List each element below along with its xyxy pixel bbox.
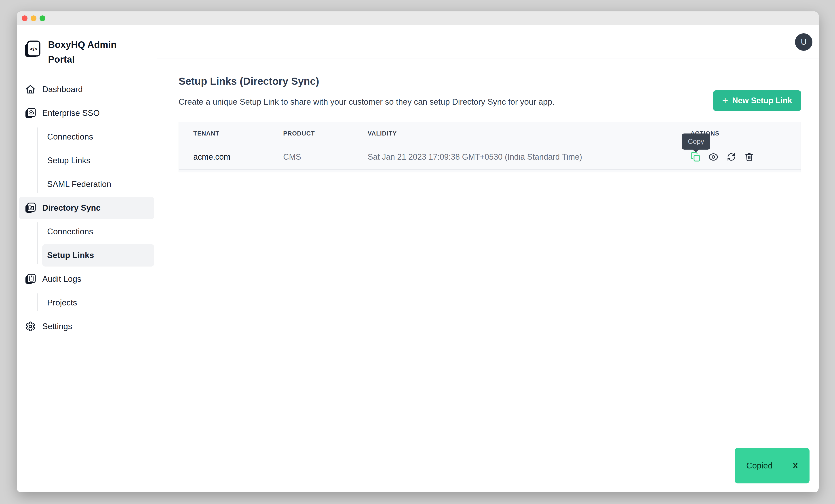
close-window-button[interactable]: [22, 16, 27, 21]
sidebar-item-directory-sync[interactable]: Directory Sync: [19, 197, 154, 219]
sidebar-subitem-sso-connections[interactable]: Connections: [42, 126, 154, 148]
minimize-window-button[interactable]: [30, 16, 37, 21]
audit-logs-subnav: Projects: [17, 291, 157, 314]
copy-link-button[interactable]: [690, 152, 701, 162]
copy-tooltip-label: Copy: [688, 138, 704, 145]
sidebar-item-label: Directory Sync: [42, 203, 101, 213]
app-body: </> BoxyHQ Admin Portal Dashboard: [17, 25, 819, 492]
page-header: Setup Links (Directory Sync) Create a un…: [179, 75, 801, 107]
topbar: U: [157, 25, 819, 59]
sidebar-subitem-sso-setup-links[interactable]: Setup Links: [42, 149, 154, 172]
sidebar-item-label: Settings: [42, 322, 72, 331]
sidebar-item-label: Enterprise SSO: [42, 108, 100, 118]
directory-sync-subnav: Connections Setup Links: [17, 220, 157, 266]
window-titlebar: [17, 12, 819, 25]
app-window: </> BoxyHQ Admin Portal Dashboard: [17, 12, 819, 492]
sidebar: </> BoxyHQ Admin Portal Dashboard: [17, 25, 157, 492]
trash-icon: [744, 152, 754, 162]
directory-sync-icon: [25, 203, 36, 213]
sidebar-subitem-dsync-setup-links[interactable]: Setup Links: [42, 244, 154, 266]
product-cell: CMS: [283, 152, 368, 162]
desktop-background: </> BoxyHQ Admin Portal Dashboard: [0, 0, 835, 504]
new-setup-link-label: New Setup Link: [732, 96, 792, 105]
sidebar-subitem-saml-federation[interactable]: SAML Federation: [42, 173, 154, 196]
enterprise-sso-subnav: Connections Setup Links SAML Federation: [17, 126, 157, 196]
logo-glyph: </>: [30, 46, 37, 52]
view-link-button[interactable]: [708, 152, 718, 162]
sidebar-item-dashboard[interactable]: Dashboard: [19, 78, 154, 101]
sidebar-item-label: Dashboard: [42, 85, 83, 94]
toast-message: Copied: [746, 461, 772, 470]
sidebar-item-audit-logs[interactable]: Audit Logs: [19, 268, 154, 290]
user-avatar[interactable]: U: [795, 33, 812, 51]
eye-icon: [708, 152, 718, 162]
page-description: Create a unique Setup Link to share with…: [179, 97, 801, 107]
toast-close-button[interactable]: X: [793, 461, 798, 470]
delete-link-button[interactable]: [744, 152, 754, 162]
sidebar-item-enterprise-sso[interactable]: Enterprise SSO: [19, 102, 154, 124]
copy-icon: [690, 152, 701, 162]
content-area: Setup Links (Directory Sync) Create a un…: [157, 59, 819, 492]
sidebar-subitem-dsync-connections[interactable]: Connections: [42, 220, 154, 243]
row-actions: [690, 152, 786, 162]
column-header-tenant: TENANT: [193, 130, 283, 137]
new-setup-link-button[interactable]: + New Setup Link: [713, 90, 801, 111]
sidebar-item-settings[interactable]: Settings: [19, 315, 154, 338]
boxyhq-keycap-icon: </>: [25, 40, 40, 58]
tenant-cell: acme.com: [193, 152, 283, 162]
column-header-product: PRODUCT: [283, 130, 368, 137]
home-icon: [25, 84, 36, 95]
maximize-window-button[interactable]: [40, 16, 45, 21]
regenerate-link-button[interactable]: [726, 152, 736, 162]
sidebar-nav: Dashboard Enterprise SSO: [17, 78, 157, 339]
audit-logs-icon: [25, 274, 36, 284]
enterprise-sso-icon: [25, 108, 36, 119]
app-title: BoxyHQ Admin Portal: [48, 37, 117, 67]
page-title: Setup Links (Directory Sync): [179, 75, 801, 87]
column-header-validity: VALIDITY: [368, 130, 690, 137]
copy-tooltip: Copy: [682, 134, 710, 149]
refresh-icon: [726, 152, 736, 162]
setup-links-table: TENANT PRODUCT VALIDITY ACTIONS acme.com…: [179, 122, 801, 173]
main-area: U Setup Links (Directory Sync) Create a …: [157, 25, 819, 492]
sidebar-item-label: Audit Logs: [42, 274, 81, 284]
validity-cell: Sat Jan 21 2023 17:09:38 GMT+0530 (India…: [368, 152, 690, 162]
sidebar-subitem-projects[interactable]: Projects: [42, 291, 154, 314]
app-logo[interactable]: </> BoxyHQ Admin Portal: [25, 37, 117, 67]
copied-toast: Copied X: [735, 448, 810, 483]
settings-gear-icon: [25, 321, 36, 332]
